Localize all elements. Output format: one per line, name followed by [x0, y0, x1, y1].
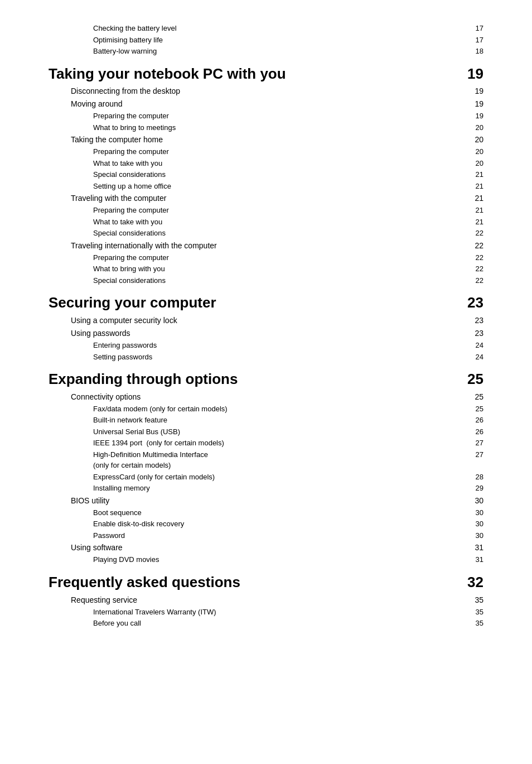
toc-title-26: Expanding through options — [49, 370, 467, 389]
toc-row-31: IEEE 1394 port (only for certain models)… — [49, 438, 483, 449]
toc-title-27: Connectivity options — [71, 391, 467, 403]
toc-page-40: 31 — [467, 554, 483, 565]
toc-title-0: Checking the battery level — [93, 23, 467, 34]
toc-page-2: 18 — [467, 46, 483, 57]
toc-title-18: Preparing the computer — [93, 252, 467, 263]
toc-title-3: Taking your notebook PC with you — [49, 65, 467, 84]
toc-row-38: Password30 — [49, 530, 483, 541]
toc-page-35: 30 — [467, 495, 483, 507]
toc-row-2: Battery-low warning18 — [49, 46, 483, 57]
toc-row-37: Enable disk-to-disk recovery30 — [49, 518, 483, 530]
toc-page-24: 24 — [467, 340, 483, 351]
toc-row-4: Disconnecting from the desktop19 — [49, 85, 483, 97]
toc-row-1: Optimising battery life17 — [49, 35, 483, 46]
toc-title-15: What to take with you — [93, 217, 467, 228]
toc-row-44: Before you call35 — [49, 618, 483, 629]
toc-row-32: High-Definition Multimedia Interface (on… — [49, 449, 483, 471]
toc-title-42: Requesting service — [71, 594, 467, 606]
toc-page-4: 19 — [467, 85, 483, 97]
toc-row-43: International Travelers Warranty (ITW)35 — [49, 607, 483, 618]
toc-title-8: Taking the computer home — [71, 134, 467, 146]
toc-page-6: 19 — [467, 110, 483, 122]
toc-page-13: 21 — [467, 193, 483, 204]
toc-page-5: 19 — [467, 98, 483, 110]
toc-row-3: Taking your notebook PC with you19 — [49, 65, 483, 84]
toc-title-25: Setting passwords — [93, 352, 467, 363]
toc-title-17: Traveling internationally with the compu… — [71, 240, 467, 252]
toc-row-33: ExpressCard (only for certain models)28 — [49, 472, 483, 483]
toc-title-4: Disconnecting from the desktop — [71, 85, 467, 97]
toc-row-5: Moving around19 — [49, 98, 483, 110]
toc-title-43: International Travelers Warranty (ITW) — [93, 607, 467, 618]
toc-title-13: Traveling with the computer — [71, 193, 467, 204]
toc-row-17: Traveling internationally with the compu… — [49, 240, 483, 252]
toc-row-34: Installing memory29 — [49, 483, 483, 494]
toc-title-6: Preparing the computer — [93, 110, 467, 122]
toc-title-2: Battery-low warning — [93, 46, 467, 57]
toc-title-33: ExpressCard (only for certain models) — [93, 472, 467, 483]
toc-page-14: 21 — [467, 205, 483, 216]
toc-title-38: Password — [93, 530, 467, 541]
toc-row-20: Special considerations22 — [49, 275, 483, 286]
toc-row-21: Securing your computer23 — [49, 294, 483, 313]
toc-row-18: Preparing the computer22 — [49, 252, 483, 263]
toc-row-35: BIOS utility30 — [49, 495, 483, 507]
toc-row-40: Playing DVD movies31 — [49, 554, 483, 565]
toc-row-42: Requesting service35 — [49, 594, 483, 606]
toc-title-35: BIOS utility — [71, 495, 467, 507]
toc-row-10: What to take with you20 — [49, 158, 483, 169]
toc-page-21: 23 — [467, 294, 483, 313]
toc-row-13: Traveling with the computer21 — [49, 193, 483, 204]
toc-page-17: 22 — [467, 240, 483, 252]
toc-page-1: 17 — [467, 35, 483, 46]
toc-page-31: 27 — [467, 438, 483, 449]
toc-page-39: 31 — [467, 542, 483, 554]
toc-title-39: Using software — [71, 542, 467, 554]
toc-title-9: Preparing the computer — [93, 146, 467, 157]
toc-page-26: 25 — [467, 370, 483, 389]
toc-page-37: 30 — [467, 518, 483, 530]
toc-row-24: Entering passwords24 — [49, 340, 483, 351]
toc-row-28: Fax/data modem (only for certain models)… — [49, 403, 483, 415]
toc-page-30: 26 — [467, 426, 483, 438]
toc-page-3: 19 — [467, 65, 483, 84]
toc-title-29: Built-in network feature — [93, 415, 467, 426]
toc-title-16: Special considerations — [93, 228, 467, 239]
toc-row-41: Frequently asked questions32 — [49, 573, 483, 592]
toc-title-41: Frequently asked questions — [49, 573, 467, 592]
toc-row-8: Taking the computer home20 — [49, 134, 483, 146]
toc-page-33: 28 — [467, 472, 483, 483]
toc-title-22: Using a computer security lock — [71, 315, 467, 326]
toc-page-20: 22 — [467, 275, 483, 286]
toc-page-18: 22 — [467, 252, 483, 263]
toc-page-8: 20 — [467, 134, 483, 146]
toc-row-15: What to take with you21 — [49, 217, 483, 228]
toc-page-34: 29 — [467, 483, 483, 494]
toc-page-25: 24 — [467, 352, 483, 363]
toc-page-15: 21 — [467, 217, 483, 228]
toc-row-9: Preparing the computer20 — [49, 146, 483, 157]
toc-page-0: 17 — [467, 23, 483, 34]
toc-title-11: Special considerations — [93, 169, 467, 180]
toc-title-7: What to bring to meetings — [93, 122, 467, 133]
toc-page-23: 23 — [467, 328, 483, 339]
toc-title-31: IEEE 1394 port (only for certain models) — [93, 438, 467, 449]
toc-row-36: Boot sequence30 — [49, 507, 483, 518]
toc-title-30: Universal Serial Bus (USB) — [93, 426, 467, 438]
toc-row-39: Using software31 — [49, 542, 483, 554]
toc-title-40: Playing DVD movies — [93, 554, 467, 565]
toc-title-37: Enable disk-to-disk recovery — [93, 518, 467, 530]
toc-page-42: 35 — [467, 594, 483, 606]
toc-page-44: 35 — [467, 618, 483, 629]
toc-row-11: Special considerations21 — [49, 169, 483, 180]
toc-row-19: What to bring with you22 — [49, 263, 483, 275]
toc-title-24: Entering passwords — [93, 340, 467, 351]
toc-page-9: 20 — [467, 146, 483, 157]
toc-page-10: 20 — [467, 158, 483, 169]
toc-page-29: 26 — [467, 415, 483, 426]
toc-row-12: Setting up a home office21 — [49, 181, 483, 192]
toc-row-16: Special considerations22 — [49, 228, 483, 239]
toc-page-28: 25 — [467, 403, 483, 415]
toc-page-27: 25 — [467, 391, 483, 403]
toc-page-12: 21 — [467, 181, 483, 192]
